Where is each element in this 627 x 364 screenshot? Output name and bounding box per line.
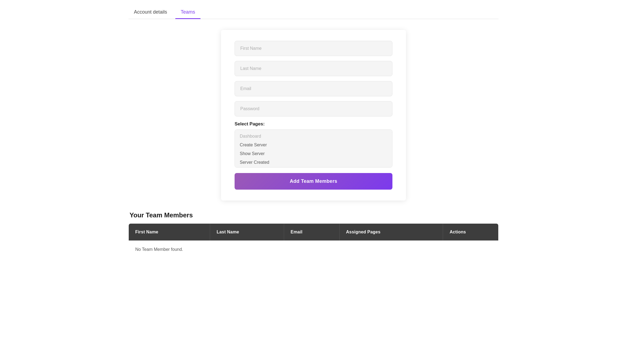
pages-listbox[interactable]: DashboardCreate ServerShow ServerServer … bbox=[235, 129, 392, 168]
col-header-assigned-pages: Assigned Pages bbox=[339, 224, 443, 241]
first-name-input[interactable] bbox=[235, 41, 392, 56]
page-option-show-server[interactable]: Show Server bbox=[235, 149, 392, 158]
email-field bbox=[235, 81, 392, 96]
email-input[interactable] bbox=[235, 81, 392, 96]
add-team-member-form: Select Pages: DashboardCreate ServerShow… bbox=[221, 30, 406, 200]
page-option-dashboard[interactable]: Dashboard bbox=[235, 132, 392, 141]
first-name-field bbox=[235, 41, 392, 56]
empty-state-message: No Team Member found. bbox=[129, 240, 499, 259]
select-pages-label: Select Pages: bbox=[235, 121, 392, 127]
page-option-support-portal[interactable]: Support Portal bbox=[235, 167, 392, 168]
col-header-email: Email bbox=[284, 224, 339, 241]
select-pages-section: Select Pages: DashboardCreate ServerShow… bbox=[235, 121, 392, 168]
empty-state-row: No Team Member found. bbox=[129, 240, 499, 259]
col-header-actions: Actions bbox=[443, 224, 499, 241]
password-input[interactable] bbox=[235, 101, 392, 116]
add-team-members-button[interactable]: Add Team Members bbox=[235, 173, 392, 190]
tabs-bar: Account details Teams bbox=[128, 0, 499, 19]
last-name-field bbox=[235, 61, 392, 76]
col-header-last-name: Last Name bbox=[210, 224, 284, 241]
team-members-section: Your Team Members First Name Last Name E… bbox=[128, 211, 499, 259]
team-members-title: Your Team Members bbox=[128, 211, 499, 219]
page-option-create-server[interactable]: Create Server bbox=[235, 141, 392, 149]
col-header-first-name: First Name bbox=[129, 224, 210, 241]
tab-teams[interactable]: Teams bbox=[175, 5, 201, 19]
password-field bbox=[235, 101, 392, 116]
table-header-row: First Name Last Name Email Assigned Page… bbox=[129, 224, 499, 241]
tab-account-details[interactable]: Account details bbox=[128, 5, 173, 19]
last-name-input[interactable] bbox=[235, 61, 392, 76]
page-option-server-created[interactable]: Server Created bbox=[235, 158, 392, 167]
team-members-table: First Name Last Name Email Assigned Page… bbox=[128, 223, 499, 259]
